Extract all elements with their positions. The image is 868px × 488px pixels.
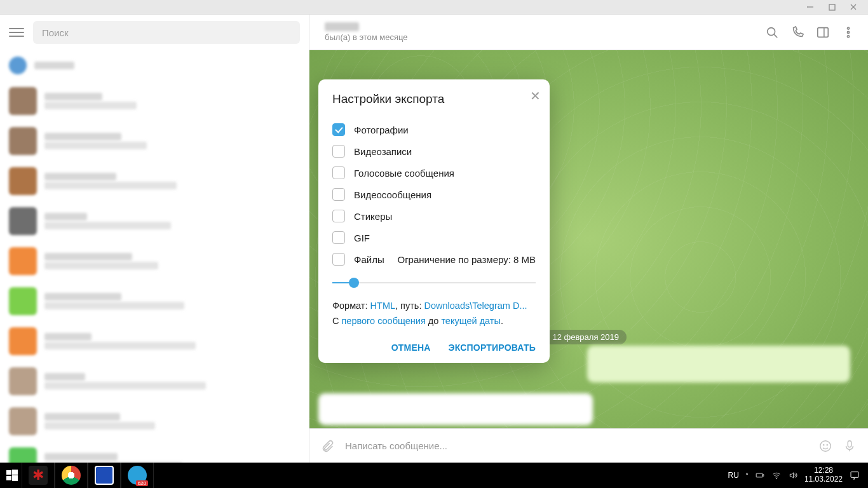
size-limit-slider[interactable] xyxy=(332,276,536,289)
chat-list-item[interactable] xyxy=(0,441,309,463)
export-option-label: Голосовые сообщения xyxy=(354,168,454,179)
svg-line-5 xyxy=(774,34,777,37)
taskbar-app-chrome[interactable] xyxy=(55,463,88,488)
export-option-checkbox[interactable] xyxy=(332,123,345,136)
avatar xyxy=(9,367,37,395)
taskbar-app-telegram[interactable]: 620 xyxy=(121,463,154,488)
avatar xyxy=(9,407,37,435)
volume-icon[interactable] xyxy=(788,471,798,480)
avatar xyxy=(9,207,37,235)
chat-list-item[interactable] xyxy=(0,121,309,161)
search-input-wrapper[interactable] xyxy=(33,21,300,44)
files-label: Файлы xyxy=(354,254,384,265)
svg-point-10 xyxy=(847,35,849,37)
more-button[interactable] xyxy=(841,25,855,39)
export-option-row[interactable]: Видеозаписи xyxy=(332,140,536,162)
files-checkbox[interactable] xyxy=(332,253,345,266)
svg-rect-14 xyxy=(848,440,851,447)
panel-icon xyxy=(816,25,830,39)
dialog-title: Настройки экспорта xyxy=(332,92,536,106)
export-option-row[interactable]: Стикеры xyxy=(332,205,536,227)
chat-list-item[interactable] xyxy=(0,81,309,121)
range-from-link[interactable]: первого сообщения xyxy=(342,316,426,326)
svg-point-21 xyxy=(776,478,776,478)
sidebar-toggle-button[interactable] xyxy=(816,25,830,39)
export-option-checkbox[interactable] xyxy=(332,188,345,201)
wifi-icon[interactable] xyxy=(771,471,782,480)
export-option-checkbox[interactable] xyxy=(332,145,345,158)
export-option-row[interactable]: GIF xyxy=(332,227,536,248)
svg-point-11 xyxy=(820,440,831,451)
export-option-checkbox[interactable] xyxy=(332,166,345,179)
search-input[interactable] xyxy=(42,27,291,38)
export-option-checkbox[interactable] xyxy=(332,210,345,222)
export-option-row[interactable]: Голосовые сообщения xyxy=(332,162,536,184)
export-option-row[interactable]: Фотографии xyxy=(332,119,536,140)
svg-point-12 xyxy=(824,444,824,445)
chat-list-item[interactable] xyxy=(0,401,309,441)
maximize-icon xyxy=(829,4,836,11)
call-button[interactable] xyxy=(790,25,804,39)
message-input[interactable] xyxy=(345,440,808,451)
chat-list-item[interactable] xyxy=(0,161,309,201)
export-settings-dialog: ✕ Настройки экспорта ФотографииВидеозапи… xyxy=(318,79,550,363)
emoji-icon xyxy=(818,439,832,453)
export-option-checkbox[interactable] xyxy=(332,231,345,244)
svg-point-8 xyxy=(847,27,849,29)
message-incoming[interactable] xyxy=(318,393,593,425)
close-icon xyxy=(850,3,857,11)
start-button[interactable] xyxy=(3,463,22,488)
maximize-button[interactable] xyxy=(821,0,843,14)
message-outgoing[interactable] xyxy=(587,346,850,383)
cancel-button[interactable]: ОТМЕНА xyxy=(391,342,431,353)
chat-header: был(а) в этом месяце xyxy=(309,15,868,50)
taskbar-app-1[interactable]: ✱ xyxy=(22,463,55,488)
minimize-button[interactable] xyxy=(799,0,821,14)
chat-list-item[interactable] xyxy=(0,50,309,81)
size-limit-label: Ограничение по размеру: 8 MB xyxy=(397,254,536,265)
notifications-icon[interactable] xyxy=(849,470,860,480)
export-option-label: Видеосообщения xyxy=(354,189,431,200)
chat-list-item[interactable] xyxy=(0,201,309,241)
chat-title[interactable] xyxy=(325,22,359,31)
format-link[interactable]: HTML xyxy=(370,301,395,311)
chat-list-item[interactable] xyxy=(0,321,309,361)
attach-button[interactable] xyxy=(321,439,335,453)
avatar xyxy=(9,87,37,115)
export-button[interactable]: ЭКСПОРТИРОВАТЬ xyxy=(449,342,536,353)
close-button[interactable] xyxy=(843,0,864,14)
taskbar-clock[interactable]: 12:28 11.03.2022 xyxy=(804,466,843,484)
search-icon xyxy=(765,25,779,39)
avatar xyxy=(9,127,37,155)
path-link[interactable]: Downloads\Telegram D... xyxy=(424,301,527,311)
input-language[interactable]: RU xyxy=(728,471,739,480)
chat-list-item[interactable] xyxy=(0,241,309,281)
sidebar xyxy=(0,15,309,463)
taskbar-app-save[interactable] xyxy=(88,463,121,488)
avatar xyxy=(9,287,37,315)
dialog-close-button[interactable]: ✕ xyxy=(530,88,541,104)
export-option-label: Фотографии xyxy=(354,125,409,135)
chat-list-item[interactable] xyxy=(0,281,309,321)
more-vertical-icon xyxy=(841,25,855,39)
svg-rect-19 xyxy=(756,473,763,477)
window-titlebar xyxy=(0,0,868,15)
minimize-icon xyxy=(806,3,814,11)
search-in-chat-button[interactable] xyxy=(765,25,779,39)
chat-status: был(а) в этом месяце xyxy=(325,32,765,42)
voice-button[interactable] xyxy=(843,439,857,453)
taskbar: ✱ 620 RU ˄ 12:28 11.03.2022 xyxy=(0,463,868,488)
paperclip-icon xyxy=(321,439,335,453)
export-option-label: Стикеры xyxy=(354,211,392,222)
range-line: С первого сообщения до текущей даты. xyxy=(332,313,536,329)
svg-point-4 xyxy=(768,27,775,35)
emoji-button[interactable] xyxy=(818,439,832,453)
svg-rect-6 xyxy=(818,27,829,37)
export-option-row[interactable]: Видеосообщения xyxy=(332,184,536,205)
battery-icon[interactable] xyxy=(755,471,765,480)
phone-icon xyxy=(790,25,804,39)
chat-list-item[interactable] xyxy=(0,361,309,401)
menu-button[interactable] xyxy=(9,25,24,40)
tray-chevron-up-icon[interactable]: ˄ xyxy=(745,472,749,479)
range-to-link[interactable]: текущей даты xyxy=(441,316,501,326)
